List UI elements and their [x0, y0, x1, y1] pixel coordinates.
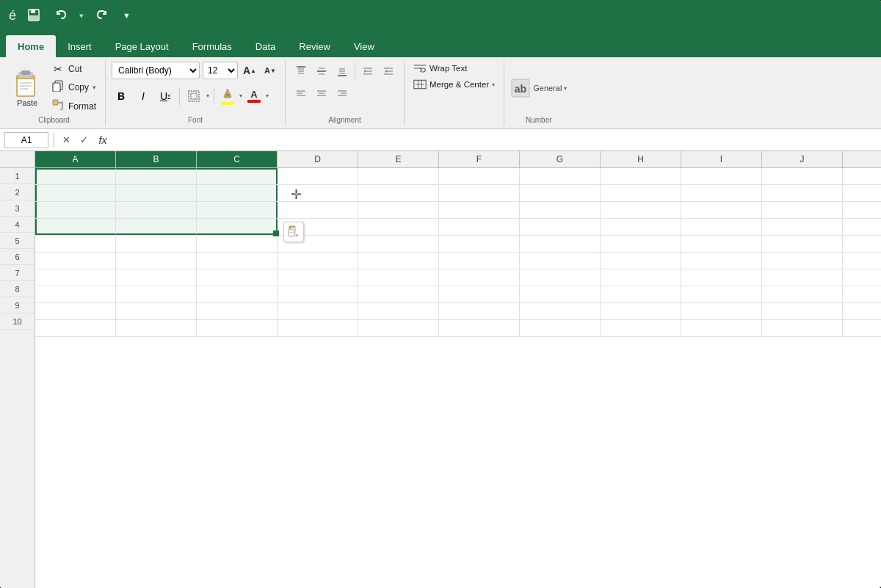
- cell-d8[interactable]: [278, 286, 358, 302]
- redo-btn[interactable]: [91, 7, 112, 24]
- save-quick-access-btn[interactable]: [23, 7, 44, 24]
- cell-c1[interactable]: [197, 168, 278, 184]
- cell-j10[interactable]: [762, 320, 843, 336]
- cell-f10[interactable]: [439, 320, 520, 336]
- cell-e4[interactable]: [358, 219, 439, 235]
- cell-j6[interactable]: [762, 253, 843, 269]
- cell-d2[interactable]: ✛: [278, 185, 358, 201]
- cell-d3[interactable]: [278, 202, 358, 218]
- tab-formulas[interactable]: Formulas: [181, 35, 244, 57]
- cell-i2[interactable]: [681, 185, 762, 201]
- cell-a3[interactable]: [35, 202, 116, 218]
- row-header-6[interactable]: 6: [0, 249, 35, 265]
- cell-b9[interactable]: [116, 303, 197, 319]
- col-header-a[interactable]: A: [35, 151, 116, 167]
- cell-j9[interactable]: [762, 303, 843, 319]
- cell-g6[interactable]: [520, 253, 601, 269]
- row-header-5[interactable]: 5: [0, 233, 35, 249]
- cell-g1[interactable]: [520, 168, 601, 184]
- cell-g4[interactable]: [520, 219, 601, 235]
- align-bottom-button[interactable]: [333, 62, 352, 81]
- tab-home[interactable]: Home: [6, 35, 56, 57]
- cell-i9[interactable]: [681, 303, 762, 319]
- col-header-h[interactable]: H: [601, 151, 681, 167]
- cell-e10[interactable]: [358, 320, 439, 336]
- decrease-indent-button[interactable]: [358, 62, 377, 81]
- cell-e2[interactable]: [358, 185, 439, 201]
- customize-quick-access-btn[interactable]: ▼: [119, 9, 134, 22]
- cell-f2[interactable]: [439, 185, 520, 201]
- cell-j5[interactable]: [762, 236, 843, 252]
- cell-g10[interactable]: [520, 320, 601, 336]
- row-header-8[interactable]: 8: [0, 281, 35, 297]
- cell-j3[interactable]: [762, 202, 843, 218]
- align-top-button[interactable]: [291, 62, 311, 81]
- align-middle-button[interactable]: [312, 62, 331, 81]
- font-grow-button[interactable]: A ▲: [241, 62, 258, 79]
- cell-e6[interactable]: [358, 253, 439, 269]
- confirm-formula-btn[interactable]: ✓: [76, 132, 92, 148]
- cell-f7[interactable]: [439, 269, 520, 286]
- cell-j8[interactable]: [762, 286, 843, 302]
- bold-button[interactable]: B: [112, 87, 131, 106]
- col-header-d[interactable]: D: [278, 151, 358, 167]
- cell-c3[interactable]: [197, 202, 278, 218]
- insert-function-btn[interactable]: fx: [93, 132, 109, 148]
- number-format-dropdown[interactable]: ▾: [564, 85, 567, 92]
- paste-options-button[interactable]: +: [283, 222, 304, 242]
- cell-b2[interactable]: [116, 185, 197, 201]
- cell-c2[interactable]: [197, 185, 278, 201]
- cell-a6[interactable]: [35, 253, 116, 269]
- cancel-formula-btn[interactable]: ✕: [58, 132, 74, 148]
- cell-g7[interactable]: [520, 269, 601, 286]
- cell-a10[interactable]: [35, 320, 116, 336]
- cell-d1[interactable]: [278, 168, 358, 184]
- cell-g8[interactable]: [520, 286, 601, 302]
- underline-button[interactable]: U ▾: [156, 87, 175, 106]
- cell-a2[interactable]: [35, 185, 116, 201]
- fill-color-dropdown[interactable]: ▾: [239, 92, 242, 99]
- cell-c9[interactable]: [197, 303, 278, 319]
- cell-f8[interactable]: [439, 286, 520, 302]
- cell-f3[interactable]: [439, 202, 520, 218]
- borders-button[interactable]: [184, 87, 203, 106]
- cell-h7[interactable]: [601, 269, 681, 286]
- cell-i4[interactable]: [681, 219, 762, 235]
- copy-button[interactable]: Copy ▾: [48, 79, 99, 95]
- cell-h5[interactable]: [601, 236, 681, 252]
- row-header-10[interactable]: 10: [0, 313, 35, 330]
- format-painter-button[interactable]: Format: [48, 98, 99, 115]
- cell-h1[interactable]: [601, 168, 681, 184]
- cell-i10[interactable]: [681, 320, 762, 336]
- merge-dropdown[interactable]: ▾: [492, 81, 495, 88]
- cell-i5[interactable]: [681, 236, 762, 252]
- cell-b8[interactable]: [116, 286, 197, 302]
- cell-h9[interactable]: [601, 303, 681, 319]
- cell-e1[interactable]: [358, 168, 439, 184]
- increase-indent-button[interactable]: [379, 62, 398, 81]
- align-right-button[interactable]: [333, 84, 352, 103]
- cell-c5[interactable]: [197, 236, 278, 252]
- font-shrink-button[interactable]: A ▼: [261, 62, 279, 79]
- cell-g2[interactable]: [520, 185, 601, 201]
- wrap-text-button[interactable]: Wrap Text: [410, 62, 498, 75]
- cell-b5[interactable]: [116, 236, 197, 252]
- cell-j7[interactable]: [762, 269, 843, 286]
- cell-a8[interactable]: [35, 286, 116, 302]
- merge-center-button[interactable]: Merge & Center ▾: [410, 78, 498, 91]
- cell-e8[interactable]: [358, 286, 439, 302]
- cell-c6[interactable]: [197, 253, 278, 269]
- cell-e3[interactable]: [358, 202, 439, 218]
- cell-j1[interactable]: [762, 168, 843, 184]
- cell-i3[interactable]: [681, 202, 762, 218]
- cell-g3[interactable]: [520, 202, 601, 218]
- cell-a7[interactable]: [35, 269, 116, 286]
- cell-i1[interactable]: [681, 168, 762, 184]
- fill-handle[interactable]: [273, 231, 279, 236]
- row-header-4[interactable]: 4: [0, 217, 35, 233]
- cell-b4[interactable]: [116, 219, 197, 235]
- cell-f4[interactable]: [439, 219, 520, 235]
- cell-b1[interactable]: [116, 168, 197, 184]
- tab-insert[interactable]: Insert: [56, 35, 104, 57]
- cell-c8[interactable]: [197, 286, 278, 302]
